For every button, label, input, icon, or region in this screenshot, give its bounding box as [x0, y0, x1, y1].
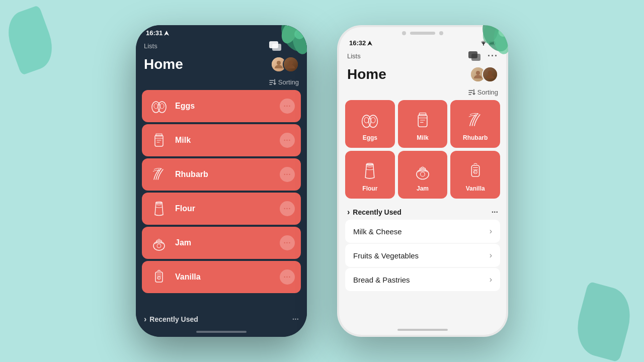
svg-point-5	[284, 34, 285, 35]
status-time-dark: 16:31	[146, 29, 169, 37]
item-more-flour[interactable]: ···	[280, 201, 295, 216]
svg-rect-33	[490, 42, 494, 44]
wifi-icon-light	[480, 40, 487, 47]
eggs-icon	[149, 96, 169, 116]
recently-used-more-dark[interactable]: ···	[292, 315, 299, 324]
nav-bar-light: Lists ···	[339, 49, 506, 64]
nav-actions-dark: ···	[269, 41, 299, 51]
battery-icon-light	[489, 40, 496, 47]
svg-rect-8	[290, 32, 295, 34]
category-name-milk-cheese: Milk & Cheese	[353, 227, 402, 236]
svg-rect-7	[296, 32, 296, 34]
grid-item-name-vanilla: Vanilla	[466, 185, 485, 192]
category-milk-cheese[interactable]: Milk & Cheese ›	[345, 220, 500, 243]
jam-grid-icon	[412, 160, 434, 182]
more-menu-light[interactable]: ···	[488, 51, 498, 61]
milk-grid-icon	[412, 109, 434, 131]
avatars-dark	[271, 56, 299, 72]
nav-actions-light: ···	[468, 51, 498, 61]
grid-item-name-flour: Flour	[362, 185, 377, 192]
phone-dark: 16:31	[136, 25, 307, 337]
recently-used-label-dark: › Recently Used	[144, 315, 198, 324]
category-list-light: Milk & Cheese › Fruits & Vegetables › Br…	[339, 220, 506, 325]
list-item-jam[interactable]: Jam ···	[142, 227, 301, 259]
item-name-flour: Flour	[170, 204, 280, 213]
status-icons-light	[480, 40, 496, 47]
item-more-jam[interactable]: ···	[280, 235, 295, 250]
lists-label-dark: Lists	[144, 42, 157, 50]
flour-icon-area	[148, 198, 170, 220]
svg-point-30	[483, 44, 484, 45]
svg-rect-35	[471, 54, 480, 61]
grid-item-eggs[interactable]: Eggs	[345, 100, 395, 148]
list-item-milk[interactable]: Milk ···	[142, 124, 301, 156]
recently-used-bar-light[interactable]: › Recently Used ···	[339, 203, 506, 220]
grid-item-rhubarb[interactable]: Rhubarb	[450, 100, 500, 148]
recently-used-bar-dark[interactable]: › Recently Used ···	[136, 310, 307, 327]
category-fruits-veg[interactable]: Fruits & Vegetables ›	[345, 244, 500, 267]
wifi-icon-dark	[281, 30, 288, 37]
avatar-face-1	[274, 59, 284, 69]
vanilla-icon-area	[148, 266, 170, 288]
grid-item-jam[interactable]: Jam	[398, 151, 448, 199]
milk-icon	[149, 130, 169, 150]
list-item-flour[interactable]: Flour ···	[142, 193, 301, 225]
chat-icon-light[interactable]	[468, 51, 481, 61]
camera-pill	[410, 32, 435, 35]
svg-rect-42	[418, 115, 427, 127]
list-item-vanilla[interactable]: Vanilla ···	[142, 261, 301, 293]
more-menu-dark[interactable]: ···	[288, 41, 299, 51]
item-more-vanilla[interactable]: ···	[280, 269, 295, 285]
flour-icon	[149, 199, 169, 219]
svg-point-12	[289, 61, 293, 65]
svg-point-47	[421, 172, 425, 176]
avatar-2-dark	[283, 56, 299, 72]
avatar-face-2l	[485, 69, 495, 79]
status-bar-light: 16:32	[339, 35, 506, 49]
grid-item-milk[interactable]: Milk	[398, 100, 448, 148]
svg-marker-29	[367, 41, 372, 46]
avatar-2-light	[482, 66, 498, 82]
recently-used-more-light[interactable]: ···	[492, 208, 498, 217]
home-bar-light	[397, 329, 448, 331]
list-item-rhubarb[interactable]: Rhubarb ···	[142, 158, 301, 191]
dark-screen: 16:31	[136, 25, 307, 337]
items-grid-light: Eggs Milk	[339, 100, 506, 203]
milk-icon-area	[148, 129, 170, 151]
item-more-eggs[interactable]: ···	[280, 99, 295, 114]
grid-item-name-rhubarb: Rhubarb	[463, 134, 488, 141]
eggs-grid-icon	[359, 109, 381, 131]
status-time-light: 16:32	[349, 39, 372, 47]
sorting-button-light[interactable]: Sorting	[468, 88, 498, 96]
vanilla-grid-icon	[464, 160, 487, 182]
item-name-rhubarb: Rhubarb	[170, 170, 280, 179]
chat-icon-dark[interactable]	[269, 41, 282, 51]
chevron-fruits-veg: ›	[490, 251, 492, 260]
flour-grid-icon	[359, 160, 381, 182]
battery-icon-dark	[290, 30, 297, 37]
svg-rect-17	[155, 135, 163, 146]
recently-used-label-light: › Recently Used	[347, 208, 401, 217]
grid-item-flour[interactable]: Flour	[345, 151, 395, 199]
grid-item-vanilla[interactable]: Vanilla	[450, 151, 500, 199]
jam-icon-area	[148, 232, 170, 254]
status-icons-dark	[281, 30, 297, 37]
svg-rect-10	[272, 44, 281, 51]
home-indicator-dark	[136, 327, 307, 337]
list-item-eggs[interactable]: Eggs ···	[142, 90, 301, 122]
category-bread-pastries[interactable]: Bread & Pastries ›	[345, 268, 500, 291]
vanilla-icon	[149, 267, 169, 287]
svg-point-16	[160, 104, 164, 109]
rhubarb-icon	[149, 164, 169, 185]
svg-rect-32	[495, 42, 496, 44]
camera-dot-2	[439, 31, 443, 35]
item-more-rhubarb[interactable]: ···	[280, 167, 295, 182]
svg-rect-48	[471, 165, 479, 176]
grid-item-name-jam: Jam	[417, 185, 429, 192]
category-name-bread-pastries: Bread & Pastries	[353, 276, 410, 284]
item-more-milk[interactable]: ···	[280, 133, 295, 148]
rhubarb-grid-icon	[464, 109, 487, 131]
grid-item-name-milk: Milk	[417, 134, 428, 141]
navigation-arrow-light	[367, 41, 372, 46]
sorting-button-dark[interactable]: Sorting	[269, 78, 299, 86]
